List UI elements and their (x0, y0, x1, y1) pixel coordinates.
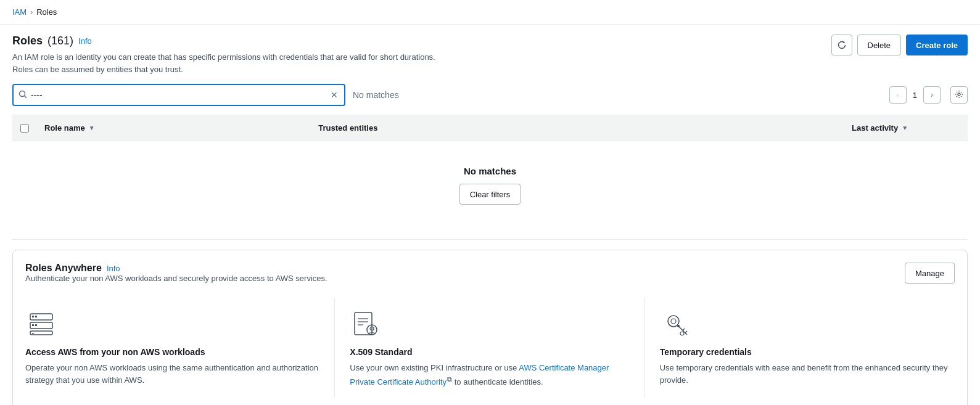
gear-icon (955, 90, 963, 100)
no-results-body: No matches Clear filters (12, 141, 968, 229)
roles-anywhere-info-link[interactable]: Info (107, 264, 120, 273)
roles-anywhere-description: Authenticate your non AWS workloads and … (25, 274, 327, 283)
header-checkbox-cell (12, 124, 37, 133)
select-all-checkbox[interactable] (20, 124, 29, 133)
search-icon (19, 90, 27, 100)
svg-rect-10 (32, 333, 34, 334)
delete-button[interactable]: Delete (857, 35, 902, 55)
roles-info-link[interactable]: Info (78, 36, 92, 46)
trusted-entities-label: Trusted entities (318, 123, 377, 133)
table-header: Role name ▼ Trusted entities Last activi… (12, 115, 968, 141)
svg-point-2 (958, 93, 960, 96)
last-activity-sort-icon: ▼ (902, 125, 908, 131)
column-header-role-name[interactable]: Role name ▼ (37, 123, 311, 133)
breadcrumb-iam[interactable]: IAM (12, 7, 27, 17)
section-divider (12, 239, 968, 240)
breadcrumb: IAM › Roles (0, 0, 980, 25)
header-actions: Delete Create role (831, 35, 968, 55)
pagination-prev-button[interactable]: ‹ (889, 86, 907, 104)
refresh-button[interactable] (831, 35, 852, 55)
search-box: ✕ (12, 84, 345, 106)
card-x509-desc: Use your own existing PKI infrastructure… (350, 362, 629, 388)
card-temp-creds: Temporary credentials Use temporary cred… (645, 298, 955, 398)
roles-title-row: Roles (161) Info (12, 35, 444, 47)
card-x509-title: X.509 Standard (350, 347, 629, 357)
roles-header: Roles (161) Info An IAM role is an ident… (12, 35, 968, 75)
main-content: Roles (161) Info An IAM role is an ident… (0, 25, 980, 405)
no-results-title: No matches (464, 166, 516, 176)
manage-button[interactable]: Manage (905, 263, 955, 284)
roles-count: (161) (47, 35, 73, 47)
breadcrumb-separator: › (30, 8, 33, 17)
roles-anywhere-title-row: Roles Anywhere Info (25, 263, 327, 274)
roles-table: Role name ▼ Trusted entities Last activi… (12, 115, 968, 229)
external-link-icon: ⧉ (447, 375, 452, 383)
svg-line-20 (683, 329, 685, 330)
roles-anywhere-title: Roles Anywhere (25, 263, 102, 274)
svg-point-22 (680, 332, 684, 335)
chevron-left-icon: ‹ (897, 91, 899, 99)
search-input[interactable] (31, 90, 329, 100)
card-temp-creds-title: Temporary credentials (660, 347, 955, 357)
last-activity-label: Last activity (852, 123, 898, 133)
card-access-desc: Operate your non AWS workloads using the… (25, 362, 319, 386)
no-matches-inline: No matches (353, 90, 399, 100)
roles-anywhere-section: Roles Anywhere Info Authenticate your no… (12, 250, 968, 405)
svg-rect-8 (32, 324, 34, 326)
certificate-icon (350, 308, 382, 340)
card-temp-creds-desc: Use temporary credentials with ease and … (660, 362, 955, 386)
svg-rect-6 (32, 316, 34, 317)
roles-title: Roles (12, 35, 43, 47)
roles-anywhere-header: Roles Anywhere Info Authenticate your no… (25, 263, 955, 295)
search-clear-button[interactable]: ✕ (329, 89, 339, 101)
column-header-trusted-entities[interactable]: Trusted entities (311, 123, 844, 133)
card-x509: X.509 Standard Use your own existing PKI… (335, 298, 644, 398)
svg-line-1 (25, 96, 27, 98)
pagination-next-button[interactable]: › (923, 86, 941, 104)
svg-rect-9 (35, 324, 37, 326)
search-row: ✕ No matches ‹ 1 › (12, 84, 968, 106)
clear-filters-button[interactable]: Clear filters (459, 184, 521, 205)
keys-icon (660, 308, 692, 340)
chevron-right-icon: › (931, 91, 933, 99)
breadcrumb-roles: Roles (36, 7, 57, 17)
pagination-current-page: 1 (909, 91, 921, 100)
svg-point-0 (20, 91, 25, 96)
pagination-area: ‹ 1 › (889, 86, 968, 104)
create-role-button[interactable]: Create role (906, 35, 968, 55)
table-settings-button[interactable] (950, 86, 968, 104)
server-icon (25, 308, 57, 340)
card-x509-desc-after: to authenticate identities. (452, 377, 543, 387)
role-name-label: Role name (44, 123, 85, 133)
card-access-title: Access AWS from your non AWS workloads (25, 347, 319, 357)
cards-row: Access AWS from your non AWS workloads O… (25, 298, 955, 398)
role-name-sort-icon: ▼ (89, 125, 95, 131)
roles-anywhere-title-area: Roles Anywhere Info Authenticate your no… (25, 263, 327, 295)
svg-rect-7 (35, 316, 37, 317)
svg-line-21 (685, 331, 687, 333)
svg-point-18 (671, 319, 676, 324)
svg-point-17 (668, 316, 679, 327)
column-header-last-activity[interactable]: Last activity ▼ (844, 123, 968, 133)
card-access-aws: Access AWS from your non AWS workloads O… (25, 298, 335, 398)
roles-title-area: Roles (161) Info An IAM role is an ident… (12, 35, 444, 75)
svg-rect-11 (355, 313, 372, 335)
svg-point-23 (677, 325, 680, 327)
roles-description: An IAM role is an identity you can creat… (12, 51, 444, 75)
card-x509-desc-before: Use your own existing PKI infrastructure… (350, 363, 519, 372)
